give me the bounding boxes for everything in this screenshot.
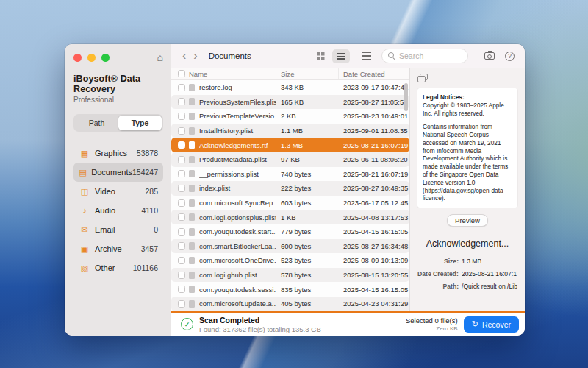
file-row[interactable]: PreviousTemplateVersio... 2 KB 2025-08-2… xyxy=(171,109,409,124)
file-date: 2025-08-27 11:05:54 xyxy=(338,98,409,106)
category-icon: ▦ xyxy=(79,149,90,158)
file-row[interactable]: com.youqu.todesk.start... 779 bytes 2025… xyxy=(171,224,409,239)
file-icon xyxy=(189,170,195,177)
file-row[interactable]: InstallHistory.plist 1.1 MB 2025-09-01 1… xyxy=(171,124,409,138)
file-row[interactable]: PreviousSystemFiles.plist 165 KB 2025-08… xyxy=(171,95,409,110)
sidebar-category-item[interactable]: ▧ Other 101166 xyxy=(74,258,163,277)
detail-value: /Quick result on /Librar... xyxy=(462,283,517,290)
column-header-size[interactable]: Size xyxy=(276,68,338,79)
file-date: 2025-08-21 16:07:19 xyxy=(338,170,409,178)
home-icon[interactable]: ⌂ xyxy=(157,52,163,63)
search-input[interactable]: Search xyxy=(381,49,468,63)
file-row[interactable]: Acknowledgements.rtf 1.3 MB 2025-08-21 1… xyxy=(171,138,409,152)
legal-notices-title: Legal Notices: xyxy=(423,93,465,101)
row-checkbox[interactable] xyxy=(178,156,185,163)
file-size: 740 bytes xyxy=(276,170,338,178)
forward-icon[interactable]: › xyxy=(190,50,201,62)
row-checkbox[interactable] xyxy=(178,185,185,192)
row-checkbox[interactable] xyxy=(178,84,185,91)
row-checkbox[interactable] xyxy=(178,141,185,149)
file-icon xyxy=(189,213,195,221)
category-icon: ▣ xyxy=(79,244,90,254)
file-icon xyxy=(189,286,195,293)
file-icon xyxy=(189,242,195,250)
category-count: 101166 xyxy=(133,263,158,272)
selected-count: Selected 0 file(s) xyxy=(406,316,458,325)
zoom-window-button[interactable] xyxy=(101,54,110,62)
row-checkbox[interactable] xyxy=(178,113,185,120)
grid-view-button[interactable] xyxy=(312,49,329,63)
recover-icon: ↻ xyxy=(472,320,478,328)
search-icon xyxy=(388,52,395,60)
sidebar-category-item[interactable]: ▣ Archive 3457 xyxy=(74,239,163,258)
sidebar-category-item[interactable]: ▤ Documents 154247 xyxy=(74,163,163,182)
sidebar-category-item[interactable]: ▦ Graphics 53878 xyxy=(74,144,163,163)
file-row[interactable]: com.microsoft.SyncRep... 603 bytes 2023-… xyxy=(171,196,409,210)
category-count: 4110 xyxy=(141,206,158,215)
select-all-checkbox[interactable] xyxy=(178,70,185,77)
file-row[interactable]: __permissions.plist 740 bytes 2025-08-21… xyxy=(171,167,409,182)
row-checkbox[interactable] xyxy=(178,228,185,236)
file-name: PreviousSystemFiles.plist xyxy=(199,98,276,106)
detail-row: Size: 1.3 MB xyxy=(417,258,517,265)
category-count: 53878 xyxy=(137,149,158,158)
file-icon xyxy=(189,84,195,91)
recover-button[interactable]: ↻ Recover xyxy=(464,316,519,333)
detail-row: Path: /Quick result on /Librar... xyxy=(417,283,517,290)
status-text: Scan Completed Found: 317362 file(s) tot… xyxy=(199,316,321,333)
row-checkbox[interactable] xyxy=(178,286,185,293)
back-icon[interactable]: ‹ xyxy=(179,50,190,62)
list-view-button[interactable] xyxy=(332,49,350,63)
file-row[interactable]: com.youqu.todesk.sessi... 835 bytes 2025… xyxy=(171,282,409,297)
column-header-date[interactable]: Date Created xyxy=(338,68,409,79)
file-name: Acknowledgements.rtf xyxy=(199,141,276,149)
file-size: 97 KB xyxy=(276,155,338,163)
file-row[interactable]: com.microsoft.OneDrive... 523 bytes 2025… xyxy=(171,253,409,268)
file-size: 600 bytes xyxy=(276,242,338,250)
segmented-tab[interactable]: Type xyxy=(118,116,162,130)
file-row[interactable]: com.logi.ghub.plist 578 bytes 2025-08-15… xyxy=(171,268,409,283)
file-row[interactable]: index.plist 222 bytes 2025-08-27 10:49:3… xyxy=(171,181,409,196)
list-scrollbar[interactable] xyxy=(404,83,408,111)
file-row[interactable]: com.logi.optionsplus.plist 1 KB 2025-04-… xyxy=(171,210,409,224)
category-icon: ✉ xyxy=(79,225,90,235)
status-bar: Scan Completed Found: 317362 file(s) tot… xyxy=(171,313,525,336)
sidebar-category-item[interactable]: ♪ Audio 4110 xyxy=(74,201,163,220)
preview-button[interactable]: Preview xyxy=(447,214,488,227)
pages-icon[interactable] xyxy=(417,74,426,81)
file-date: 2025-08-27 16:34:48 xyxy=(338,242,409,250)
minimize-window-button[interactable] xyxy=(87,54,96,62)
category-icon: ◫ xyxy=(79,187,90,197)
preview-content: Legal Notices: Copyright © 1983–2025 App… xyxy=(417,88,517,208)
sidebar-category-item[interactable]: ◫ Video 285 xyxy=(74,182,163,201)
row-checkbox[interactable] xyxy=(178,257,185,264)
segmented-tab-label: Path xyxy=(89,118,105,127)
recover-label: Recover xyxy=(482,320,511,329)
row-checkbox[interactable] xyxy=(178,199,185,207)
file-row[interactable]: com.smart.BitlockerLoa... 600 bytes 2025… xyxy=(171,239,409,254)
close-window-button[interactable] xyxy=(74,54,82,62)
file-icon xyxy=(189,300,195,308)
sidebar-category-item[interactable]: ✉ Email 0 xyxy=(74,220,163,239)
file-row[interactable]: restore.log 343 KB 2023-09-17 10:47:41 xyxy=(171,80,409,95)
row-checkbox[interactable] xyxy=(178,127,185,135)
row-checkbox[interactable] xyxy=(178,242,185,250)
row-checkbox[interactable] xyxy=(178,300,185,308)
filter-icon[interactable] xyxy=(362,52,371,60)
file-row[interactable]: com.microsoft.update.a... 405 bytes 2025… xyxy=(171,297,409,311)
file-name: ProductMetadata.plist xyxy=(199,155,276,163)
category-list: ▦ Graphics 53878 ▤ Documents 154247 ◫ Vi… xyxy=(74,144,163,277)
app-title: iBoysoft® Data Recovery xyxy=(74,74,163,94)
column-header-name[interactable]: Name xyxy=(189,70,276,78)
camera-icon[interactable] xyxy=(484,52,495,60)
category-count: 154247 xyxy=(132,168,158,177)
row-checkbox[interactable] xyxy=(178,98,185,105)
help-icon[interactable] xyxy=(505,52,514,61)
row-checkbox[interactable] xyxy=(178,170,185,177)
file-row[interactable]: ProductMetadata.plist 97 KB 2025-06-11 0… xyxy=(171,152,409,167)
segmented-tab[interactable]: Path xyxy=(75,116,118,130)
row-checkbox[interactable] xyxy=(178,213,185,221)
file-icon xyxy=(189,228,195,236)
file-size: 343 KB xyxy=(276,83,338,91)
row-checkbox[interactable] xyxy=(178,272,185,279)
